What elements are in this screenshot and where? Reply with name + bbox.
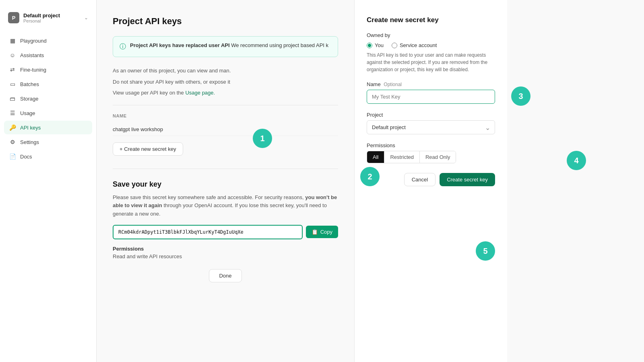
info-box: ⓘ Project API keys have replaced user AP… [113,36,338,57]
sidebar-item-usage[interactable]: ☰ Usage [4,106,92,120]
perm-tab-all[interactable]: All [367,151,384,163]
sidebar-item-batches[interactable]: ▭ Batches [4,77,92,91]
copy-icon: 📋 [312,229,318,235]
project-sub: Personal [23,19,84,23]
project-info: Default project Personal [23,12,84,23]
page-title: Project API keys [113,16,338,27]
project-select-wrapper: Default project [367,120,495,134]
save-key-desc: Please save this secret key somewhere sa… [113,193,338,218]
sidebar-item-label: API keys [20,125,41,131]
project-label: Project [367,112,495,118]
usage-icon: ☰ [9,109,16,117]
permissions-value: Read and write API resources [113,253,338,259]
radio-you-label: You [375,42,384,48]
radio-group: You Service account [367,42,495,48]
perm-tab-restricted[interactable]: Restricted [384,151,420,163]
sidebar-item-api-keys[interactable]: 🔑 API keys [4,121,92,134]
done-button[interactable]: Done [209,269,242,282]
create-secret-key-button[interactable]: Create secret key [440,173,495,186]
radio-you[interactable]: You [367,42,384,48]
permissions-form-section: Permissions All Restricted Read Only [367,142,495,163]
sidebar-item-label: Batches [20,81,39,87]
sidebar: P Default project Personal ⌄ ▦ Playgroun… [0,0,97,362]
owned-by-section: Owned by You Service account This API ke… [367,32,495,73]
main-content: Project API keys ⓘ Project API keys have… [97,0,644,362]
name-label: Name Optional [367,81,495,87]
key-name-input[interactable] [367,90,495,104]
playground-icon: ▦ [9,37,16,44]
project-name: Default project [23,12,84,19]
radio-service-account[interactable]: Service account [392,42,437,48]
fine-tuning-icon: ⇄ [9,66,16,73]
storage-icon: 🗃 [9,95,16,102]
api-keys-icon: 🔑 [9,124,16,131]
sidebar-item-label: Docs [20,154,32,160]
info-icon: ⓘ [120,43,126,51]
settings-icon: ⚙ [9,138,16,146]
permissions-label: Permissions [113,246,338,252]
usage-page-link[interactable]: Usage page. [185,90,215,96]
desc-line-2: Do not share your API key with others, o… [113,78,338,86]
assistants-icon: ☺ [9,51,16,59]
desc-line-3: View usage per API key on the Usage page… [113,89,338,97]
docs-icon: 📄 [9,153,16,160]
form-actions: Cancel Create secret key [367,173,495,186]
create-secret-key-panel: Create new secret key Owned by You Servi… [354,0,507,362]
sidebar-item-fine-tuning[interactable]: ⇄ Fine-tuning [4,63,92,76]
create-new-secret-key-button[interactable]: + Create new secret key [113,142,183,156]
sidebar-nav: ▦ Playground ☺ Assistants ⇄ Fine-tuning … [0,34,96,163]
project-select[interactable]: Default project [367,120,495,134]
col-header-name: NAME [113,113,338,118]
info-text: Project API keys have replaced user API … [130,42,328,48]
create-panel-title: Create new secret key [367,16,495,24]
project-section: Project Default project [367,112,495,134]
radio-service-label: Service account [400,42,437,48]
sidebar-item-docs[interactable]: 📄 Docs [4,150,92,163]
table-row: chatgpt live workshop [113,123,338,136]
project-avatar: P [8,12,19,23]
permissions-tabs: All Restricted Read Only [367,151,456,163]
project-selector[interactable]: P Default project Personal ⌄ [0,8,96,27]
info-text-normal: We recommend using project based API k [231,42,328,48]
sidebar-item-label: Playground [20,38,47,44]
sidebar-item-label: Fine-tuning [20,67,46,73]
sidebar-item-label: Storage [20,96,39,102]
permissions-form-label: Permissions [367,142,495,148]
save-key-title: Save your key [113,180,338,189]
desc-line-1: As an owner of this project, you can vie… [113,67,338,75]
sidebar-item-label: Assistants [20,52,44,58]
cancel-button[interactable]: Cancel [404,173,436,186]
batches-icon: ▭ [9,80,16,88]
owned-by-label: Owned by [367,32,495,38]
copy-key-button[interactable]: 📋 Copy [306,226,338,238]
owned-by-desc: This API key is tied to your user and ca… [367,51,495,73]
info-text-bold: Project API keys have replaced user API [130,42,230,48]
name-optional: Optional [384,82,402,87]
perm-tab-readonly[interactable]: Read Only [420,151,456,163]
step-bubble-3: 3 [511,86,530,106]
chevron-down-icon: ⌄ [84,15,88,21]
key-display-row: RCm04kdrADpyt1iT3BlbkFJlXbqYLurKyT4DgIuU… [113,225,338,239]
sidebar-item-label: Usage [20,110,35,116]
api-key-value: RCm04kdrADpyt1iT3BlbkFJlXbqYLurKyT4DgIuU… [113,225,303,239]
sidebar-item-storage[interactable]: 🗃 Storage [4,92,92,105]
api-keys-panel: Project API keys ⓘ Project API keys have… [97,0,354,362]
radio-you-input[interactable] [367,43,372,48]
copy-label: Copy [320,229,332,235]
name-section: Name Optional [367,81,495,104]
sidebar-item-label: Settings [20,139,39,145]
permissions-section: Permissions Read and write API resources [113,246,338,259]
sidebar-item-assistants[interactable]: ☺ Assistants [4,48,92,62]
step-bubble-4: 4 [567,151,586,170]
save-key-section: Save your key Please save this secret ke… [113,169,338,282]
sidebar-item-settings[interactable]: ⚙ Settings [4,135,92,149]
radio-service-input[interactable] [392,43,397,48]
sidebar-item-playground[interactable]: ▦ Playground [4,34,92,47]
